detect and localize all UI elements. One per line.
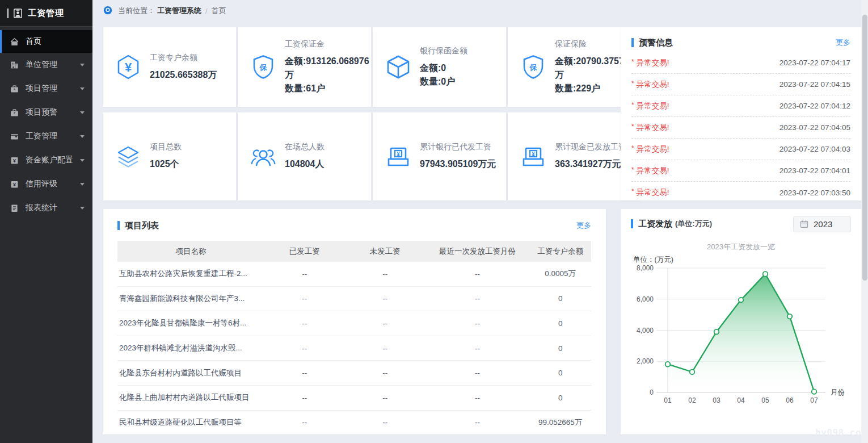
briefcase-icon [10, 108, 19, 118]
table-row[interactable]: 2023年群科镇滩北村溢洪道沟水毁... -- -- -- 0 [117, 336, 591, 361]
sidebar-item-3[interactable]: 项目预警 [0, 101, 92, 124]
project-name[interactable]: 青海鑫园新能源科技有限公司年产3... [117, 294, 264, 304]
warning-time: 2023-07-22 07:04:03 [779, 145, 850, 153]
warning-text: 异常交易! [637, 58, 669, 68]
chevron-down-icon [80, 87, 85, 90]
sidebar-item-2[interactable]: 项目管理 [0, 77, 92, 101]
shield-bao-icon: 保 [250, 54, 276, 80]
year-picker-value: 2023 [814, 219, 832, 229]
stat-card-value: 104804人 [285, 157, 371, 171]
warning-text: 异常交易! [637, 166, 669, 176]
chart-panel-title: 工资发放 [638, 219, 672, 229]
warning-time: 2023-07-22 07:04:15 [779, 80, 850, 89]
warning-item[interactable]: * 异常交易! 2023-07-22 07:04:12 [631, 95, 850, 117]
stat-card-4: 项目总数 1025个 [103, 112, 236, 200]
warning-list: * 异常交易! 2023-07-22 07:04:17* 异常交易! 2023-… [631, 52, 850, 200]
sidebar-item-label: 项目管理 [26, 83, 57, 94]
stat-card-title: 工资保证金 [285, 39, 371, 49]
breadcrumb-root[interactable]: 工资管理系统 [157, 6, 201, 16]
stat-card-value: 数量:61户 [285, 82, 371, 95]
location-pin-icon [103, 6, 113, 16]
breadcrumb-separator: / [205, 7, 208, 15]
svg-text:01: 01 [664, 396, 672, 404]
year-picker[interactable]: 2023 [793, 216, 851, 232]
svg-text:月份: 月份 [831, 388, 845, 396]
warning-text: 异常交易! [637, 144, 669, 154]
paid-salary: -- [264, 369, 345, 377]
svg-text:单位：(万元): 单位：(万元) [633, 256, 673, 264]
warning-item[interactable]: * 异常交易! 2023-07-22 07:04:03 [631, 139, 850, 160]
unpaid-salary: -- [345, 270, 425, 278]
badge-icon [12, 8, 23, 19]
sidebar-item-1[interactable]: 单位管理 [0, 53, 92, 77]
table-row[interactable]: 互助县农村公路灾后恢复重建工程-2... -- -- -- 0.0005万 [117, 262, 591, 287]
table-row[interactable]: 化隆县上曲加村村内道路以工代赈项目 -- -- -- 0 [117, 386, 591, 411]
sidebar-item-4[interactable]: 工资管理 [0, 124, 92, 148]
project-name[interactable]: 化隆县上曲加村村内道路以工代赈项目 [117, 392, 264, 403]
warning-bullet: * [631, 187, 634, 195]
warning-item[interactable]: * 异常交易! 2023-07-22 07:04:17 [631, 52, 850, 74]
chevron-down-icon [80, 64, 85, 66]
account-balance: 0 [529, 294, 591, 303]
table-row[interactable]: 青海鑫园新能源科技有限公司年产3... -- -- -- 0 [117, 287, 591, 312]
project-name[interactable]: 化隆县东台村村内道路以工代赈项目 [117, 368, 264, 378]
page-scrollbar[interactable] [861, 0, 868, 443]
sidebar-item-0[interactable]: 首页 [0, 30, 92, 53]
table-row[interactable]: 民和县村级道路硬化以工代赈项目等 -- -- -- 99.052665万 [117, 411, 591, 425]
project-name[interactable]: 互助县农村公路灾后恢复重建工程-2... [117, 269, 264, 279]
column-header-2: 未发工资 [345, 246, 425, 257]
sidebar-item-7[interactable]: 报表统计 [0, 196, 92, 220]
svg-text:¥: ¥ [532, 151, 535, 157]
warning-text: 异常交易! [637, 80, 669, 90]
sidebar-item-label: 资金账户配置 [26, 155, 73, 165]
project-name[interactable]: 2023年群科镇滩北村溢洪道沟水毁... [117, 343, 264, 353]
project-more-link[interactable]: 更多 [576, 220, 591, 231]
sidebar-item-6[interactable]: ¥ 信用评级 [0, 172, 92, 196]
unpaid-salary: -- [345, 418, 425, 425]
stat-card-title: 在场总人数 [285, 142, 371, 152]
warning-text: 异常交易! [637, 187, 669, 198]
svg-text:4,000: 4,000 [637, 327, 654, 335]
column-header-1: 已发工资 [264, 246, 345, 257]
warning-item[interactable]: * 异常交易! 2023-07-22 07:04:05 [631, 117, 850, 139]
chevron-down-icon [80, 111, 85, 114]
project-name[interactable]: 2023年化隆县甘都镇隆康一村等6村... [117, 318, 264, 328]
chevron-down-icon [80, 183, 85, 186]
svg-text:02: 02 [688, 396, 696, 404]
column-header-3: 最近一次发放工资月份 [425, 246, 530, 257]
warning-item[interactable]: * 异常交易! 2023-07-22 07:04:15 [631, 74, 850, 95]
last-pay-month: -- [425, 344, 530, 353]
warning-time: 2023-07-22 07:04:01 [779, 166, 850, 175]
last-pay-month: -- [425, 319, 530, 328]
breadcrumb-prefix: 当前位置： [118, 6, 155, 16]
building-icon [10, 60, 19, 70]
cash-icon: ¥ [385, 144, 411, 170]
stat-card-body: 工资专户余额 21025.665388万 [150, 53, 236, 82]
warning-time: 2023-07-22 07:04:12 [779, 102, 850, 110]
stat-card-value: 21025.665388万 [150, 68, 236, 82]
warning-more-link[interactable]: 更多 [836, 37, 850, 48]
stat-card-body: 在场总人数 104804人 [285, 142, 371, 171]
warning-item[interactable]: * 异常交易! 2023-07-22 07:03:50 [631, 182, 850, 200]
sidebar-item-label: 信用评级 [26, 179, 57, 189]
table-row[interactable]: 2023年化隆县甘都镇隆康一村等6村... -- -- -- 0 [117, 311, 591, 336]
account-balance: 0.0005万 [529, 269, 591, 279]
table-row[interactable]: 化隆县东台村村内道路以工代赈项目 -- -- -- 0 [117, 361, 591, 386]
stat-card-1: 保 工资保证金 金额:913126.068976万数量:61户 [238, 27, 371, 107]
svg-text:0: 0 [650, 388, 654, 396]
warning-time: 2023-07-22 07:03:50 [779, 189, 850, 197]
warning-item[interactable]: * 异常交易! 2023-07-22 07:04:01 [631, 160, 850, 182]
cash-icon: ¥ [520, 144, 546, 170]
breadcrumb-current[interactable]: 首页 [212, 6, 226, 16]
project-name[interactable]: 民和县村级道路硬化以工代赈项目等 [117, 417, 264, 425]
account-balance: 0 [529, 319, 591, 328]
hex-yen-icon: ¥ [115, 54, 141, 80]
scrollbar-thumb[interactable] [862, 15, 867, 281]
svg-text:03: 03 [713, 396, 720, 404]
sidebar-item-label: 首页 [26, 36, 41, 47]
section-accent-bar [631, 219, 633, 228]
warning-time: 2023-07-22 07:04:05 [779, 123, 850, 132]
warning-time: 2023-07-22 07:04:17 [779, 58, 850, 67]
sidebar-item-label: 项目预警 [26, 107, 57, 118]
sidebar-item-5[interactable]: ¥ 资金账户配置 [0, 148, 92, 172]
